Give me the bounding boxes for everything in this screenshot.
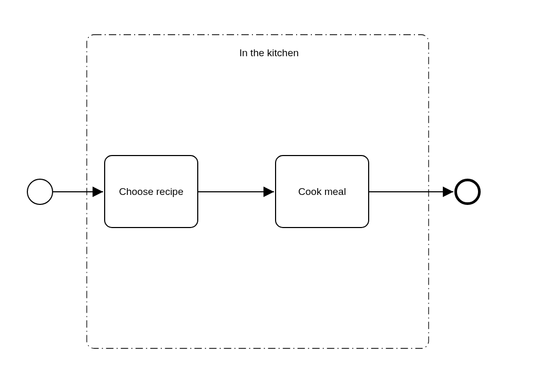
bpmn-diagram: In the kitchen Choose recipe Cook meal <box>0 0 548 392</box>
task-label: Choose recipe <box>119 186 184 198</box>
group-label: In the kitchen <box>239 47 299 59</box>
task-cook-meal[interactable]: Cook meal <box>275 155 369 228</box>
task-label: Cook meal <box>298 186 346 198</box>
end-event[interactable] <box>454 179 481 205</box>
start-event[interactable] <box>27 179 53 205</box>
task-choose-recipe[interactable]: Choose recipe <box>104 155 198 228</box>
